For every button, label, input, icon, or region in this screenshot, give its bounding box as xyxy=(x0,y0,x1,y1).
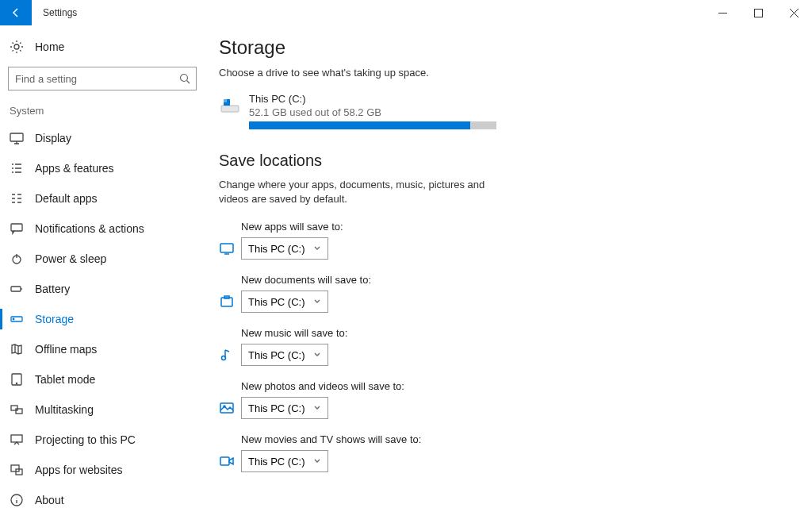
sidebar-item-about[interactable]: About xyxy=(0,485,205,508)
svg-point-10 xyxy=(16,383,17,383)
svg-point-23 xyxy=(222,356,226,360)
sidebar: Home System Display Apps & features Defa… xyxy=(0,25,205,508)
sidebar-item-projecting[interactable]: Projecting to this PC xyxy=(0,425,205,455)
window-controls xyxy=(705,0,812,25)
save-row-apps: New apps will save to: This PC (C:) xyxy=(219,221,788,260)
sidebar-item-storage[interactable]: Storage xyxy=(0,304,205,334)
battery-icon xyxy=(10,282,24,296)
back-button[interactable] xyxy=(0,0,32,25)
save-row-movies: New movies and TV shows will save to: Th… xyxy=(219,433,788,472)
map-icon xyxy=(10,342,24,356)
home-button[interactable]: Home xyxy=(0,35,205,59)
documents-icon xyxy=(219,294,235,310)
dropdown-value: This PC (C:) xyxy=(248,349,305,361)
dropdown-value: This PC (C:) xyxy=(248,456,305,468)
save-label: New photos and videos will save to: xyxy=(241,380,788,392)
save-label: New music will save to: xyxy=(241,327,788,339)
home-label: Home xyxy=(35,40,64,53)
apps-web-icon xyxy=(10,463,24,477)
svg-rect-11 xyxy=(11,406,17,410)
chevron-down-icon xyxy=(313,402,321,414)
sidebar-item-label: Apps & features xyxy=(35,162,114,175)
main-panel: Storage Choose a drive to see what's tak… xyxy=(205,25,812,508)
minimize-button[interactable] xyxy=(705,0,741,25)
svg-rect-12 xyxy=(16,409,22,414)
sidebar-item-label: Notifications & actions xyxy=(35,222,144,235)
info-icon xyxy=(10,493,24,507)
maximize-button[interactable] xyxy=(741,0,776,25)
window-title: Settings xyxy=(43,7,77,18)
svg-rect-0 xyxy=(755,9,763,17)
sidebar-item-label: Default apps xyxy=(35,192,98,205)
save-label: New documents will save to: xyxy=(241,274,788,286)
documents-location-dropdown[interactable]: This PC (C:) xyxy=(241,291,328,313)
sidebar-item-notifications[interactable]: Notifications & actions xyxy=(0,214,205,244)
multitask-icon xyxy=(10,402,24,417)
usage-bar xyxy=(249,121,496,129)
power-icon xyxy=(10,252,24,266)
apps-icon xyxy=(219,241,235,256)
sidebar-item-label: Display xyxy=(35,132,71,144)
sidebar-item-apps-websites[interactable]: Apps for websites xyxy=(0,455,205,485)
sidebar-item-default-apps[interactable]: Default apps xyxy=(0,183,205,214)
svg-rect-17 xyxy=(221,106,239,112)
chat-icon xyxy=(10,221,24,236)
sidebar-item-label: Offline maps xyxy=(35,343,97,356)
music-location-dropdown[interactable]: This PC (C:) xyxy=(241,344,328,366)
search-wrap xyxy=(0,59,205,90)
page-subtext: Choose a drive to see what's taking up s… xyxy=(219,67,788,79)
sidebar-item-label: Apps for websites xyxy=(35,464,123,476)
sidebar-item-offline-maps[interactable]: Offline maps xyxy=(0,334,205,364)
chevron-down-icon xyxy=(313,296,321,308)
sidebar-item-label: Storage xyxy=(35,313,74,325)
usage-bar-fill xyxy=(249,121,470,129)
save-label: New movies and TV shows will save to: xyxy=(241,433,788,445)
project-icon xyxy=(10,433,24,447)
sidebar-item-apps-features[interactable]: Apps & features xyxy=(0,153,205,183)
drive-info: This PC (C:) 52.1 GB used out of 58.2 GB xyxy=(249,93,496,129)
search-input[interactable] xyxy=(8,67,197,90)
svg-rect-13 xyxy=(11,435,22,442)
svg-point-8 xyxy=(13,318,14,320)
svg-rect-4 xyxy=(11,224,22,231)
sidebar-item-tablet-mode[interactable]: Tablet mode xyxy=(0,364,205,394)
svg-rect-6 xyxy=(11,287,21,291)
sidebar-item-label: Tablet mode xyxy=(35,373,95,386)
dropdown-value: This PC (C:) xyxy=(248,402,305,414)
group-label: System xyxy=(0,90,205,123)
pictures-icon xyxy=(219,400,235,416)
defaults-icon xyxy=(10,191,24,206)
gear-icon xyxy=(10,40,24,54)
monitor-icon xyxy=(10,131,24,145)
save-row-photos: New photos and videos will save to: This… xyxy=(219,380,788,419)
sidebar-item-battery[interactable]: Battery xyxy=(0,274,205,304)
search-icon xyxy=(179,73,190,87)
drive-name: This PC (C:) xyxy=(249,93,496,105)
nav-list: Display Apps & features Default apps Not… xyxy=(0,123,205,508)
save-locations-heading: Save locations xyxy=(219,152,788,170)
storage-icon xyxy=(10,312,24,326)
svg-rect-26 xyxy=(220,457,229,465)
save-label: New apps will save to: xyxy=(241,221,788,233)
photos-location-dropdown[interactable]: This PC (C:) xyxy=(241,397,328,419)
drive-row[interactable]: This PC (C:) 52.1 GB used out of 58.2 GB xyxy=(219,93,788,129)
sidebar-item-display[interactable]: Display xyxy=(0,123,205,153)
movies-location-dropdown[interactable]: This PC (C:) xyxy=(241,450,328,472)
sidebar-item-multitasking[interactable]: Multitasking xyxy=(0,394,205,425)
apps-location-dropdown[interactable]: This PC (C:) xyxy=(241,237,328,260)
dropdown-value: This PC (C:) xyxy=(248,243,305,255)
chevron-down-icon xyxy=(313,349,321,361)
sidebar-item-label: Projecting to this PC xyxy=(35,433,136,446)
titlebar: Settings xyxy=(0,0,812,25)
page-title: Storage xyxy=(219,37,788,59)
svg-point-2 xyxy=(181,75,188,82)
save-row-documents: New documents will save to: This PC (C:) xyxy=(219,274,788,313)
svg-rect-14 xyxy=(11,465,19,471)
chevron-down-icon xyxy=(313,243,321,255)
list-icon xyxy=(10,161,24,175)
close-button[interactable] xyxy=(776,0,812,25)
drive-icon xyxy=(219,94,241,117)
sidebar-item-power-sleep[interactable]: Power & sleep xyxy=(0,244,205,274)
save-row-music: New music will save to: This PC (C:) xyxy=(219,327,788,366)
sidebar-item-label: About xyxy=(35,494,64,506)
